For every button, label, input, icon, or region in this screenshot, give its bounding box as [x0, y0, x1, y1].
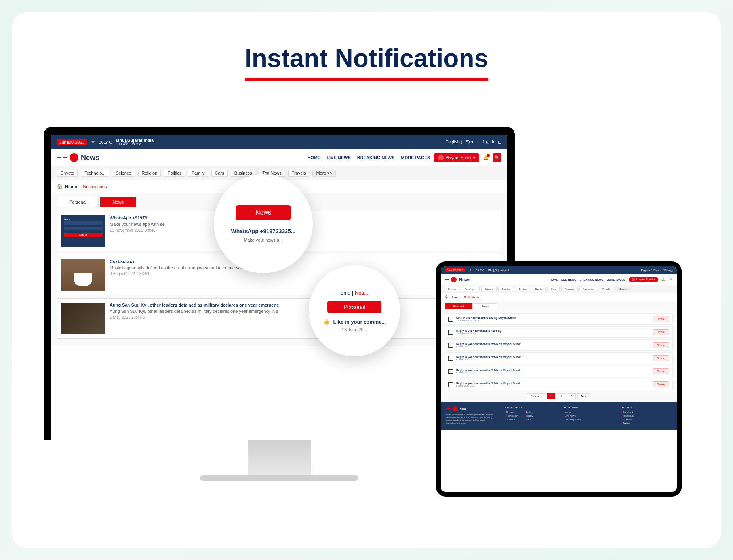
t-search-icon[interactable]: 🔍 [669, 278, 673, 281]
linkedin-icon[interactable]: in [492, 139, 495, 145]
t-date: June20,2023 [445, 268, 465, 272]
t-cat[interactable]: Politics [516, 287, 530, 291]
notification-row[interactable]: Like in your comment in 123 by Mayani Su… [445, 313, 673, 325]
date-badge: June20,2023 [57, 139, 87, 145]
page-1[interactable]: 1 [547, 393, 556, 399]
user-badge[interactable]: Mayani Sumit ▾ [434, 153, 479, 162]
news-title: Aung San Suu Kyi, other leaders detained… [110, 303, 279, 307]
footer-link[interactable]: Breaking News [563, 418, 613, 421]
t-cat-more[interactable]: More >> [615, 287, 631, 291]
page-next[interactable]: Next [577, 393, 590, 399]
instagram-icon[interactable]: ⊡ [486, 139, 489, 145]
t-tab-personal[interactable]: Personal [445, 303, 472, 309]
nav-breaking[interactable]: BREAKING NEWS [357, 155, 395, 160]
page-2[interactable]: 2 [557, 393, 565, 399]
twitter-icon[interactable]: ◻ [498, 139, 501, 145]
t-nav-live[interactable]: LIVE NEWS [561, 278, 577, 281]
delete-button[interactable]: Delete [653, 316, 669, 322]
t-nav-home[interactable]: HOME [550, 278, 558, 281]
notification-row[interactable]: Reply in your comment in hello by 13 Jun… [445, 326, 673, 338]
footer-link[interactable]: Home [563, 411, 613, 413]
news-thumb [61, 259, 105, 291]
delete-button[interactable]: Delete [653, 329, 669, 335]
delete-button[interactable]: Delete [653, 368, 669, 374]
cat-item[interactable]: Family [188, 170, 208, 177]
tab-personal[interactable]: Personal [57, 197, 99, 207]
cat-item[interactable]: Envato [57, 170, 78, 177]
cat-item[interactable]: Travels [288, 170, 310, 177]
t-bc-current: Notifications [464, 296, 479, 299]
news-desc: Make your news app with se [110, 222, 165, 227]
t-language[interactable]: English (US) ▾ [641, 269, 659, 272]
logo[interactable]: News [57, 153, 99, 162]
zoom1-news-button: News [236, 205, 291, 220]
cat-item[interactable]: Technolo... [81, 170, 109, 177]
weather-icon: ☀ [469, 269, 472, 272]
t-logo[interactable]: News [445, 277, 470, 282]
t-nav-more[interactable]: MORE PAGES [607, 278, 625, 281]
footer-link[interactable]: Technology [505, 415, 518, 417]
breadcrumb-current: Notifications [83, 184, 107, 189]
footer-link[interactable]: Cars [524, 418, 533, 421]
t-cat[interactable]: Religion [498, 287, 514, 291]
notification-row[interactable]: Reply in your comment in ffrfvb by Mayan… [445, 339, 673, 351]
page-3[interactable]: 3 [567, 393, 576, 399]
footer-social[interactable]: Facebook [621, 411, 671, 413]
t-tab-news[interactable]: News [474, 303, 498, 309]
footer-link[interactable]: Family [524, 415, 533, 417]
footer-link[interactable]: Envato [505, 411, 518, 413]
cat-item[interactable]: Cars [211, 170, 228, 177]
notification-row[interactable]: Reply in your comment in ffrfvb by Mayan… [445, 366, 673, 377]
nav-home[interactable]: HOME [307, 155, 320, 160]
language-select[interactable]: English (US) ▾ [446, 139, 474, 145]
cat-item[interactable]: Politics [164, 170, 185, 177]
notif-date: 5 June 2023 0:0:0 [456, 345, 649, 348]
t-cat[interactable]: Science [481, 287, 497, 291]
cat-item[interactable]: Religion [138, 170, 161, 177]
footer-link[interactable]: Science [505, 418, 518, 421]
delete-button[interactable]: Delete [653, 381, 669, 387]
news-item[interactable]: Aung San Suu Kyi, other leaders detained… [57, 298, 501, 339]
footer-link[interactable]: Live News [563, 415, 613, 417]
notif-date: 5 June 2023 0:0:0 [456, 371, 649, 374]
notification-row[interactable]: Reply in your comment in ffrfvb by Mayan… [445, 352, 673, 364]
delete-button[interactable]: Delete [653, 342, 669, 348]
thumbs-up-icon: 👍 [323, 319, 329, 325]
t-cat[interactable]: Technolo... [461, 287, 480, 291]
notification-row[interactable]: Reply in your comment in ffrfvb by Mayan… [445, 379, 673, 390]
t-cat[interactable]: Business [561, 287, 578, 291]
breadcrumb-home[interactable]: Home [65, 184, 77, 189]
search-button[interactable]: 🔍 [493, 153, 501, 162]
cat-more[interactable]: More >> [312, 170, 336, 177]
footer-social[interactable]: LinkedIn [621, 418, 671, 421]
notif-date: 13 June 2023 6:53:53 [456, 319, 649, 322]
page-heading: Instant Notifications [28, 44, 705, 81]
t-cat[interactable]: Cars [547, 287, 560, 291]
footer-link[interactable]: Politics [524, 411, 533, 413]
t-cat[interactable]: Top News [579, 287, 597, 291]
cat-item[interactable]: Science [112, 170, 135, 177]
t-nav-breaking[interactable]: BREAKING NEWS [579, 278, 603, 281]
nav-live[interactable]: LIVE NEWS [327, 155, 351, 160]
notif-title: Reply in your comment in ffrfvb by Mayan… [456, 369, 649, 371]
facebook-icon[interactable]: f [482, 139, 484, 145]
t-cat[interactable]: Family [532, 287, 546, 291]
footer-about: News Web website is an online platform t… [446, 413, 497, 425]
t-user[interactable]: Mayani Sumit ▾ [629, 277, 658, 282]
footer-social[interactable]: Instagram [621, 415, 671, 417]
footer-social[interactable]: Twitter [621, 422, 671, 424]
notification-bell-icon[interactable]: 🔔 [483, 155, 489, 160]
t-bc-home[interactable]: Home [451, 296, 458, 299]
notif-date: 5 June 2023 0:0:0 [456, 385, 649, 387]
tab-news[interactable]: News [100, 197, 136, 207]
page-prev[interactable]: Previous [527, 393, 545, 399]
t-cat[interactable]: Travels [599, 287, 613, 291]
desktop-mainbar: News HOME LIVE NEWS BREAKING NEWS MORE P… [51, 149, 507, 166]
t-bell-icon[interactable]: 🔔 [662, 278, 665, 281]
news-date: 1 May 2021 15:47:6 [110, 315, 279, 320]
nav-more[interactable]: MORE PAGES [401, 155, 430, 160]
delete-button[interactable]: Delete [653, 355, 669, 361]
news-date: 11 November 2022 8:8:46 [110, 228, 165, 232]
t-cat[interactable]: Envato [445, 287, 459, 291]
heading-text: Instant Notifications [245, 44, 488, 81]
